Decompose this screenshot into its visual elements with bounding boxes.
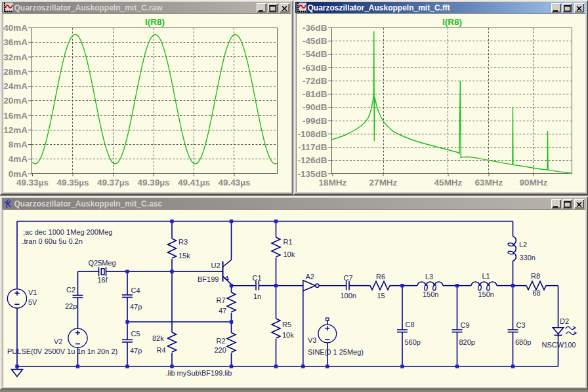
- svg-text:-45dB: -45dB: [303, 36, 327, 46]
- svg-text:V1: V1: [28, 288, 37, 296]
- svg-text:63MHz: 63MHz: [475, 178, 503, 187]
- svg-text:8mA: 8mA: [9, 140, 28, 149]
- svg-text:18MHz: 18MHz: [319, 178, 347, 187]
- svg-text:-72dB: -72dB: [303, 76, 327, 86]
- svg-text:R6: R6: [376, 273, 385, 281]
- svg-text:220: 220: [215, 346, 226, 354]
- svg-text:32mA: 32mA: [3, 52, 28, 62]
- svg-text:28mA: 28mA: [3, 67, 28, 77]
- svg-text:NSCW100: NSCW100: [542, 341, 576, 349]
- svg-text:C1: C1: [253, 274, 262, 282]
- svg-text:U2: U2: [211, 262, 220, 269]
- svg-text:49.33µs: 49.33µs: [16, 178, 49, 187]
- svg-text:680p: 680p: [515, 338, 531, 346]
- svg-text:R4: R4: [157, 346, 166, 354]
- svg-text:150n: 150n: [423, 290, 438, 298]
- svg-text:R3: R3: [178, 238, 188, 246]
- svg-text:15: 15: [377, 292, 385, 300]
- svg-text:C9: C9: [461, 321, 470, 329]
- svg-text:4mA: 4mA: [9, 154, 28, 164]
- svg-text:R7: R7: [217, 296, 226, 304]
- svg-text:-36dB: -36dB: [303, 23, 327, 33]
- svg-text:I(R8): I(R8): [145, 17, 165, 27]
- svg-text:-126dB: -126dB: [297, 155, 327, 165]
- svg-text:R8: R8: [531, 272, 540, 280]
- svg-text:68: 68: [533, 289, 541, 297]
- svg-text:V2: V2: [54, 338, 62, 345]
- svg-text:C5: C5: [131, 330, 140, 338]
- svg-text:45MHz: 45MHz: [434, 178, 463, 187]
- svg-text:49.37µs: 49.37µs: [97, 178, 129, 187]
- svg-text:R5: R5: [282, 321, 291, 328]
- svg-text:R1: R1: [284, 238, 293, 246]
- svg-text:-54dB: -54dB: [303, 49, 327, 59]
- svg-text:49.41µs: 49.41µs: [178, 178, 210, 187]
- svg-text:I(R8): I(R8): [442, 17, 462, 27]
- svg-text:-108dB: -108dB: [297, 129, 327, 139]
- svg-text:.tran 0 60u 5u 0.2n: .tran 0 60u 5u 0.2n: [22, 237, 83, 245]
- svg-text:16f: 16f: [98, 276, 108, 284]
- svg-text:47: 47: [219, 307, 226, 315]
- svg-text:-63dB: -63dB: [303, 63, 327, 73]
- svg-text:49.39µs: 49.39µs: [137, 178, 169, 187]
- svg-text:-99dB: -99dB: [303, 116, 327, 126]
- svg-text:C8: C8: [406, 321, 415, 328]
- svg-text:15k: 15k: [178, 252, 190, 260]
- svg-text:20mA: 20mA: [3, 96, 28, 106]
- svg-text:BF199: BF199: [198, 275, 219, 283]
- svg-text:C7: C7: [344, 274, 353, 282]
- svg-text:-117dB: -117dB: [298, 142, 327, 152]
- svg-text:150n: 150n: [478, 290, 494, 298]
- svg-text:82k: 82k: [152, 334, 164, 342]
- svg-text:C4: C4: [131, 286, 140, 294]
- svg-text:49.35µs: 49.35µs: [56, 178, 89, 187]
- svg-text:330n: 330n: [520, 254, 536, 262]
- svg-text:L1: L1: [482, 272, 490, 280]
- svg-text:;ac dec 1000 1Meg 200Meg: ;ac dec 1000 1Meg 200Meg: [23, 228, 112, 236]
- svg-text:1n: 1n: [253, 292, 261, 300]
- svg-text:.lib mySub\BF199.lib: .lib mySub\BF199.lib: [166, 369, 232, 377]
- svg-text:C3: C3: [516, 321, 526, 329]
- svg-text:L2: L2: [519, 241, 527, 248]
- svg-text:49.43µs: 49.43µs: [218, 178, 250, 187]
- svg-text:10k: 10k: [282, 331, 294, 339]
- svg-text:Q25Meg: Q25Meg: [89, 259, 116, 267]
- svg-text:PULSE(0V 2500V 1u 1n 1n 20n 2): PULSE(0V 2500V 1u 1n 1n 20n 2): [7, 347, 117, 355]
- svg-text:D2: D2: [560, 317, 569, 325]
- svg-text:820p: 820p: [459, 338, 475, 346]
- svg-text:90MHz: 90MHz: [520, 178, 548, 187]
- svg-text:100n: 100n: [341, 292, 356, 300]
- svg-text:V3: V3: [308, 336, 316, 344]
- svg-text:47p: 47p: [130, 303, 142, 311]
- svg-text:36mA: 36mA: [3, 37, 28, 47]
- svg-text:-90dB: -90dB: [303, 102, 327, 112]
- svg-text:R2: R2: [217, 337, 226, 345]
- svg-text:-81dB: -81dB: [303, 89, 327, 99]
- svg-text:SINE(0 1 25Meg): SINE(0 1 25Meg): [308, 348, 364, 356]
- svg-text:22p: 22p: [65, 302, 77, 310]
- svg-text:27MHz: 27MHz: [369, 178, 398, 187]
- svg-text:10k: 10k: [284, 250, 295, 258]
- svg-text:24mA: 24mA: [3, 81, 28, 91]
- svg-text:L3: L3: [425, 273, 433, 281]
- svg-text:12mA: 12mA: [3, 125, 28, 135]
- svg-text:47p: 47p: [130, 347, 142, 355]
- svg-text:C2: C2: [66, 286, 75, 294]
- svg-text:40mA: 40mA: [3, 23, 28, 33]
- svg-text:16mA: 16mA: [3, 111, 28, 121]
- svg-text:5V: 5V: [28, 298, 37, 306]
- svg-text:A2: A2: [306, 273, 314, 281]
- svg-text:560p: 560p: [405, 338, 421, 346]
